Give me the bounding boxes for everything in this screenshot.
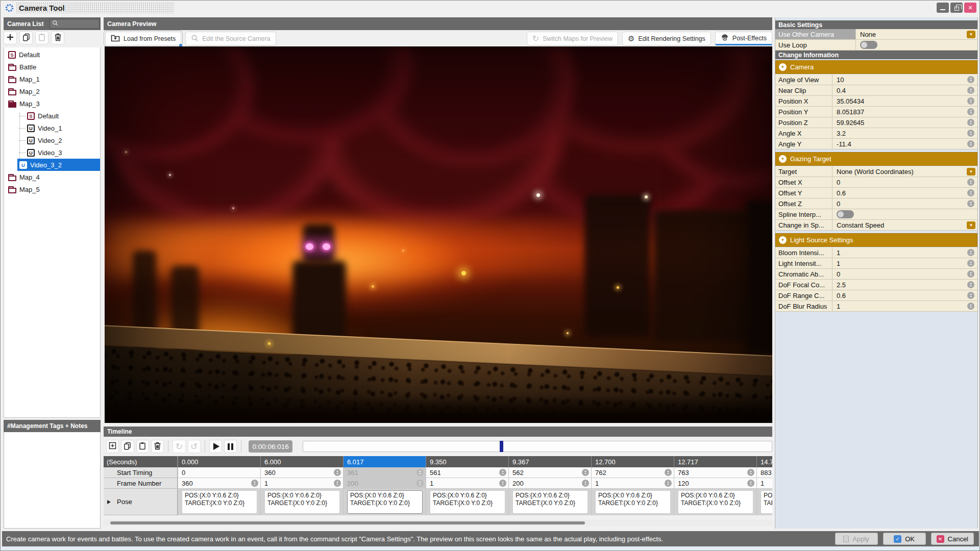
timeline-column[interactable]: 6.000 360 1 POS:{X:0 Y:0.6 Z:0} TARGET:{… bbox=[260, 456, 343, 515]
copy-keyframe-button[interactable] bbox=[121, 440, 134, 453]
spinner-icon[interactable] bbox=[747, 469, 754, 476]
spinner-icon[interactable] bbox=[967, 179, 974, 186]
notes-textarea[interactable] bbox=[4, 432, 100, 528]
timeline-scrubber-track[interactable] bbox=[303, 441, 772, 452]
tree-item-map5[interactable]: Map_5 bbox=[4, 183, 100, 195]
spinner-icon[interactable] bbox=[334, 480, 341, 487]
spinner-icon[interactable] bbox=[967, 119, 974, 126]
timeline-column-clipped[interactable]: 14.717 883 1 POS:{X:0 Y:0.6 Z:0} TARGET:… bbox=[756, 456, 772, 515]
spinner-icon[interactable] bbox=[967, 270, 974, 278]
tree-item-map2[interactable]: Map_2 bbox=[4, 85, 100, 97]
tree-item-video2[interactable]: UVideo_2 bbox=[4, 134, 100, 146]
tree-item-map1[interactable]: Map_1 bbox=[4, 73, 100, 85]
gazing-target-group-header[interactable]: ▼Gazing Target bbox=[775, 152, 977, 166]
playhead-marker[interactable] bbox=[500, 441, 503, 452]
undo-button[interactable]: ↺ bbox=[188, 440, 201, 453]
pose-cell[interactable]: POS:{X:0 Y:0.6 Z:0} TARGET:{X:0 Y:0 Z:0} bbox=[430, 490, 505, 514]
spinner-icon[interactable] bbox=[967, 140, 974, 147]
add-keyframe-button[interactable] bbox=[106, 440, 119, 453]
spinner-icon[interactable] bbox=[251, 480, 258, 487]
spinner-icon[interactable] bbox=[967, 87, 974, 94]
light-source-group-header[interactable]: ▼Light Source Settings bbox=[775, 233, 977, 247]
pose-cell[interactable]: POS:{X:0 Y:0.6 Z:0} TARGET:{X:0 Y:0 Z:0} bbox=[512, 490, 588, 514]
spinner-icon[interactable] bbox=[416, 469, 424, 476]
copy-camera-button[interactable] bbox=[19, 31, 33, 44]
spinner-icon[interactable] bbox=[747, 480, 754, 487]
spinner-icon[interactable] bbox=[967, 97, 974, 105]
timeline-column[interactable]: 9.367 562 200 POS:{X:0 Y:0.6 Z:0} TARGET… bbox=[508, 456, 591, 515]
load-from-presets-button[interactable]: Load from Presets bbox=[105, 32, 181, 45]
spinner-icon[interactable] bbox=[334, 469, 341, 476]
delete-camera-button[interactable] bbox=[51, 31, 64, 44]
redo-button[interactable]: ↻ bbox=[173, 440, 185, 453]
pose-row-label[interactable]: Pose bbox=[104, 489, 178, 515]
play-button[interactable] bbox=[209, 440, 222, 453]
spinner-icon[interactable] bbox=[967, 76, 974, 83]
dropdown-icon[interactable]: ▾ bbox=[967, 31, 975, 38]
management-notes-area[interactable] bbox=[4, 432, 101, 529]
spinner-icon[interactable] bbox=[967, 200, 974, 207]
spinner-icon[interactable] bbox=[582, 480, 589, 487]
dropdown-icon[interactable]: ▾ bbox=[967, 168, 975, 176]
camera-list-search[interactable] bbox=[50, 19, 100, 29]
restore-button[interactable] bbox=[950, 3, 963, 13]
spinner-icon[interactable] bbox=[967, 130, 974, 137]
expand-triangle-icon[interactable] bbox=[107, 500, 111, 504]
preview-viewport[interactable] bbox=[105, 46, 772, 423]
timeline-column[interactable]: 0.000 0 360 POS:{X:0 Y:0.6 Z:0} TARGET:{… bbox=[178, 456, 260, 515]
pose-cell[interactable]: POS:{X:0 Y:0.6 Z:0} TARGET:{X:0 Y:0 Z:0} bbox=[347, 490, 423, 514]
switch-maps-button[interactable]: ↻ Switch Maps for Preview bbox=[527, 32, 618, 45]
close-button[interactable]: ✕ bbox=[964, 3, 976, 13]
pose-cell[interactable]: POS:{X:0 Y:0.6 Z:0} TARGET:{X:0 Y:0 Z:0} bbox=[678, 490, 753, 514]
timeline-scrollbar[interactable] bbox=[104, 520, 772, 526]
edit-rendering-settings-button[interactable]: ⚙ Edit Rendering Settings bbox=[622, 32, 711, 45]
spinner-icon[interactable] bbox=[967, 108, 974, 115]
post-effects-tab[interactable]: Post-Effects bbox=[715, 32, 772, 45]
dropdown-icon[interactable]: ▾ bbox=[967, 221, 975, 229]
paste-camera-button[interactable] bbox=[35, 31, 48, 44]
tree-item-default[interactable]: SDefault bbox=[4, 48, 100, 61]
spinner-icon[interactable] bbox=[665, 480, 672, 487]
spinner-icon[interactable] bbox=[967, 303, 974, 310]
apply-button[interactable]: Apply bbox=[835, 533, 878, 545]
tree-item-map4[interactable]: Map_4 bbox=[4, 171, 100, 183]
scrollbar-handle[interactable] bbox=[110, 521, 585, 524]
tree-item-map3[interactable]: Map_3 bbox=[4, 97, 100, 110]
tree-item-battle[interactable]: Battle bbox=[4, 61, 100, 73]
spinner-icon[interactable] bbox=[665, 469, 672, 476]
setting-value[interactable]: None bbox=[856, 31, 967, 38]
pose-cell[interactable]: POS:{X:0 Y:0.6 Z:0} TARGET:{X:0 Y:0 Z:0} bbox=[761, 490, 772, 514]
tree-item-video3-2-selected[interactable]: UVideo_3_2 bbox=[17, 159, 100, 171]
pose-cell[interactable]: POS:{X:0 Y:0.6 Z:0} TARGET:{X:0 Y:0 Z:0} bbox=[264, 490, 340, 514]
timeline-column-selected[interactable]: 6.017 361 200 POS:{X:0 Y:0.6 Z:0} TARGET… bbox=[343, 456, 426, 515]
camera-group-header[interactable]: ▼Camera bbox=[775, 60, 977, 74]
search-input[interactable] bbox=[58, 20, 94, 28]
delete-keyframe-button[interactable] bbox=[151, 440, 164, 453]
spinner-icon[interactable] bbox=[967, 292, 974, 299]
paste-keyframe-button[interactable] bbox=[136, 440, 149, 453]
ok-button[interactable]: ✓OK bbox=[883, 533, 926, 545]
spinner-icon[interactable] bbox=[967, 249, 974, 256]
spinner-icon[interactable] bbox=[499, 480, 506, 487]
spinner-icon[interactable] bbox=[416, 480, 424, 487]
spline-interp-toggle[interactable] bbox=[837, 210, 854, 218]
minimize-button[interactable] bbox=[937, 3, 949, 13]
spinner-icon[interactable] bbox=[582, 469, 589, 476]
timeline-column[interactable]: 9.350 561 1 POS:{X:0 Y:0.6 Z:0} TARGET:{… bbox=[426, 456, 508, 515]
timeline-column[interactable]: 12.717 763 120 POS:{X:0 Y:0.6 Z:0} TARGE… bbox=[674, 456, 756, 515]
tree-item-video3[interactable]: UVideo_3 bbox=[4, 146, 100, 159]
title-bar[interactable]: Camera Tool ✕ bbox=[1, 1, 979, 15]
tree-item-map3-default[interactable]: SDefault bbox=[4, 110, 100, 122]
add-camera-button[interactable] bbox=[4, 31, 17, 44]
pose-cell[interactable]: POS:{X:0 Y:0.6 Z:0} TARGET:{X:0 Y:0 Z:0} bbox=[182, 490, 257, 514]
spinner-icon[interactable] bbox=[967, 189, 974, 196]
pause-button[interactable] bbox=[224, 440, 237, 453]
spinner-icon[interactable] bbox=[967, 281, 974, 288]
spinner-icon[interactable] bbox=[499, 469, 506, 476]
edit-source-camera-button[interactable]: Edit the Source Camera bbox=[185, 32, 276, 45]
spinner-icon[interactable] bbox=[967, 260, 974, 267]
timeline-column[interactable]: 12.700 762 1 POS:{X:0 Y:0.6 Z:0} TARGET:… bbox=[591, 456, 674, 515]
tree-item-video1[interactable]: UVideo_1 bbox=[4, 122, 100, 134]
cancel-button[interactable]: ✕Cancel bbox=[931, 533, 974, 545]
pose-cell[interactable]: POS:{X:0 Y:0.6 Z:0} TARGET:{X:0 Y:0 Z:0} bbox=[595, 490, 671, 514]
